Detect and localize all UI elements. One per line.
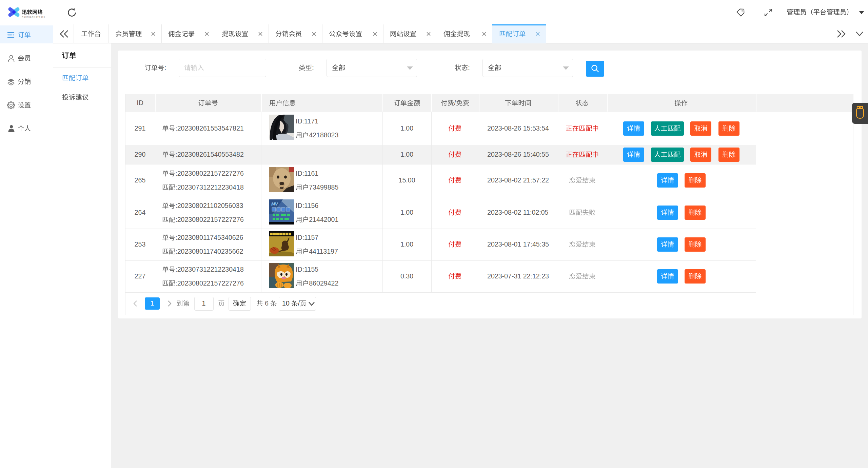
svg-text:MV: MV xyxy=(271,201,278,207)
